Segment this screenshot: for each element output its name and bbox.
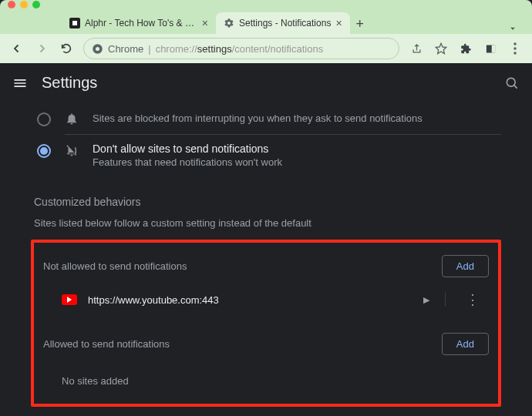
tab-title: Settings - Notifications — [239, 18, 331, 29]
menu-icon[interactable] — [12, 75, 28, 91]
radio-selected-icon[interactable] — [37, 144, 51, 158]
customized-behaviors-heading: Customized behaviors — [31, 196, 501, 208]
side-panel-icon[interactable] — [480, 38, 501, 59]
tab-overflow-button[interactable] — [500, 23, 526, 34]
radio-option-quieter-messaging[interactable]: Use quieter messaging Sites are blocked … — [31, 103, 501, 134]
settings-content: Use quieter messaging Sites are blocked … — [0, 103, 532, 407]
expand-site-icon[interactable]: ▶ — [408, 293, 446, 307]
tab-title: Alphr - Tech How To's & Guide — [85, 18, 197, 29]
address-url: chrome://settings/content/notifications — [156, 43, 324, 55]
radio-description: Features that need notifications won't w… — [93, 156, 282, 168]
blocked-site-row[interactable]: https://www.youtube.com:443 ▶ ⋮ — [43, 283, 489, 316]
browser-tab-settings[interactable]: Settings - Notifications × — [216, 12, 350, 34]
window-titlebar — [0, 0, 532, 9]
gear-icon — [224, 18, 234, 29]
site-actions-menu-icon[interactable]: ⋮ — [456, 291, 489, 308]
close-tab-icon[interactable]: × — [335, 17, 342, 29]
not-allowed-label: Not allowed to send notifications — [43, 260, 187, 272]
close-tab-icon[interactable]: × — [202, 17, 208, 29]
svg-point-10 — [507, 78, 515, 86]
window-close-button[interactable] — [8, 1, 15, 8]
forward-button[interactable] — [31, 38, 52, 59]
annotation-highlight: Not allowed to send notifications Add ht… — [31, 240, 501, 407]
settings-app-header: Settings — [0, 63, 532, 103]
tab-strip: Alphr - Tech How To's & Guide × Settings… — [0, 9, 532, 34]
not-allowed-header: Not allowed to send notifications Add — [43, 250, 489, 283]
browser-tab-alphr[interactable]: Alphr - Tech How To's & Guide × — [62, 12, 216, 34]
radio-unselected-icon[interactable] — [37, 112, 51, 126]
chrome-menu-icon[interactable] — [504, 38, 526, 59]
address-bar[interactable]: Chrome | chrome://settings/content/notif… — [83, 38, 399, 59]
bell-icon — [65, 112, 82, 126]
alphr-favicon-icon — [69, 18, 80, 29]
svg-rect-6 — [491, 45, 494, 52]
bookmark-star-icon[interactable] — [430, 38, 452, 59]
svg-point-9 — [513, 52, 517, 55]
svg-point-7 — [513, 42, 517, 45]
svg-point-8 — [513, 47, 517, 50]
page-title: Settings — [42, 74, 490, 92]
allowed-header: Allowed to send notifications Add — [43, 328, 489, 361]
customized-behaviors-desc: Sites listed below follow a custom setti… — [31, 217, 501, 229]
add-not-allowed-button[interactable]: Add — [442, 255, 489, 277]
reload-button[interactable] — [56, 38, 77, 59]
svg-marker-4 — [436, 43, 446, 53]
address-separator: | — [148, 43, 150, 55]
back-button[interactable] — [6, 38, 28, 59]
radio-description: Sites are blocked from interrupting you … — [93, 112, 423, 124]
chrome-icon — [92, 43, 103, 55]
browser-toolbar: Chrome | chrome://settings/content/notif… — [0, 34, 532, 63]
window-fullscreen-button[interactable] — [32, 1, 40, 8]
window-minimize-button[interactable] — [20, 1, 28, 8]
allowed-label: Allowed to send notifications — [43, 338, 170, 350]
new-tab-button[interactable]: + — [350, 15, 371, 34]
address-scheme-label: Chrome — [108, 43, 143, 55]
extensions-icon[interactable] — [455, 38, 476, 59]
bell-off-icon — [65, 143, 82, 168]
radio-title: Don't allow sites to send notifications — [93, 143, 282, 155]
share-icon[interactable] — [406, 38, 427, 59]
site-url: https://www.youtube.com:443 — [88, 294, 397, 306]
svg-rect-1 — [72, 21, 77, 25]
radio-option-block-notifications[interactable]: Don't allow sites to send notifications … — [31, 135, 501, 176]
add-allowed-button[interactable]: Add — [442, 333, 489, 355]
allowed-empty-text: No sites added — [43, 361, 489, 390]
svg-point-3 — [96, 47, 99, 51]
youtube-favicon-icon — [62, 294, 77, 305]
search-icon[interactable] — [504, 75, 520, 91]
